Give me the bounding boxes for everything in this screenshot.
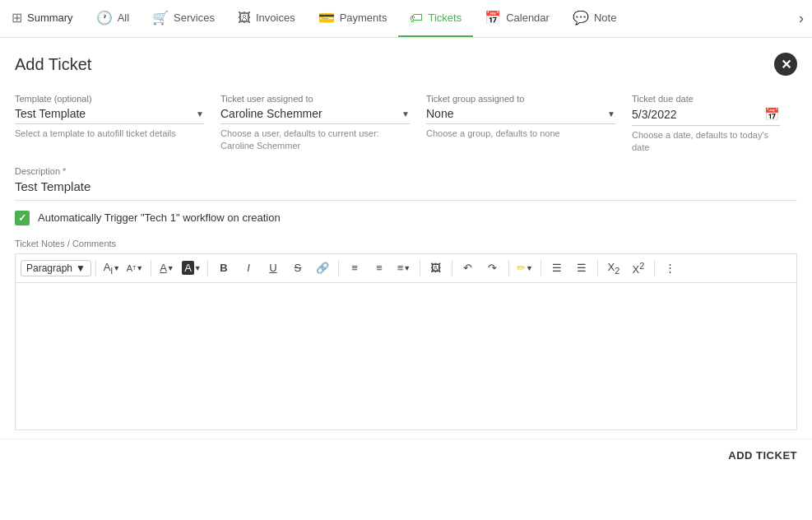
ol-icon: ≡ bbox=[376, 262, 383, 274]
highlight-button[interactable]: ✏ ▼ bbox=[513, 258, 536, 279]
user-label: Ticket user assigned to bbox=[220, 94, 410, 104]
nav-item-notes[interactable]: 💬 Note bbox=[561, 0, 628, 37]
group-dropdown-arrow: ▼ bbox=[607, 109, 615, 118]
main-content: Add Ticket ✕ Template (optional) Test Te… bbox=[0, 38, 812, 439]
due-date-value: 5/3/2022 bbox=[632, 108, 677, 121]
user-dropdown-arrow: ▼ bbox=[401, 109, 410, 118]
footer: ADD TICKET bbox=[0, 439, 812, 471]
font-size-down-button[interactable]: A T ▼ bbox=[123, 258, 146, 279]
description-section: Description * Test Template bbox=[15, 166, 797, 201]
notes-icon: 💬 bbox=[573, 10, 589, 26]
workflow-row: Automatically Trigger "Tech 1" workflow … bbox=[15, 211, 797, 225]
more-icon: ⋮ bbox=[665, 262, 675, 274]
toolbar-divider-9 bbox=[597, 260, 598, 276]
strikethrough-button[interactable]: S bbox=[286, 258, 309, 279]
due-date-hint: Choose a date, defaults to today's date bbox=[632, 129, 780, 155]
redo-icon: ↷ bbox=[488, 262, 497, 274]
nav-item-payments[interactable]: 💳 Payments bbox=[307, 0, 399, 37]
group-select[interactable]: None ▼ bbox=[426, 107, 615, 124]
nav-label-invoices: Invoices bbox=[256, 12, 295, 24]
image-button[interactable]: 🖼 bbox=[425, 258, 448, 279]
paragraph-select[interactable]: Paragraph ▼ bbox=[21, 260, 91, 276]
group-label: Ticket group assigned to bbox=[426, 94, 615, 104]
nav-item-summary[interactable]: ⊞ Summary bbox=[0, 0, 85, 37]
link-button[interactable]: 🔗 bbox=[311, 258, 334, 279]
font-size-up-button[interactable]: AI ▼ bbox=[100, 258, 123, 279]
underline-icon: U bbox=[269, 262, 276, 274]
align-button[interactable]: ≡ ▼ bbox=[392, 258, 415, 279]
font-color-button[interactable]: A ▼ bbox=[155, 258, 179, 279]
nav-item-services[interactable]: 🛒 Services bbox=[141, 0, 226, 37]
nav-item-tickets[interactable]: 🏷 Tickets bbox=[398, 0, 473, 37]
nav-label-notes: Note bbox=[594, 12, 616, 24]
paragraph-label: Paragraph bbox=[26, 262, 72, 274]
group-hint: Choose a group, defaults to none bbox=[426, 128, 615, 140]
all-icon: 🕐 bbox=[96, 10, 113, 26]
template-select[interactable]: Test Template ▼ bbox=[15, 107, 204, 124]
list2-button[interactable]: ☰ bbox=[545, 258, 568, 279]
nav-label-services: Services bbox=[174, 12, 215, 24]
template-dropdown-arrow: ▼ bbox=[196, 109, 204, 118]
font-size-down-arrow: ▼ bbox=[136, 264, 143, 272]
paragraph-arrow: ▼ bbox=[76, 262, 86, 274]
nav-item-invoices[interactable]: 🖼 Invoices bbox=[226, 0, 307, 37]
ordered-list-button[interactable]: ≡ bbox=[368, 258, 391, 279]
ul-icon: ≡ bbox=[351, 262, 358, 274]
highlight-arrow: ▼ bbox=[526, 264, 533, 272]
underline-button[interactable]: U bbox=[262, 258, 285, 279]
font-size-down-icon: A bbox=[127, 263, 132, 273]
editor-area[interactable] bbox=[15, 282, 797, 430]
nav-item-calendar[interactable]: 📅 Calendar bbox=[473, 0, 561, 37]
italic-button[interactable]: I bbox=[237, 258, 260, 279]
unordered-list-button[interactable]: ≡ bbox=[343, 258, 366, 279]
template-field-group: Template (optional) Test Template ▼ Sele… bbox=[15, 94, 220, 155]
list2-icon: ☰ bbox=[552, 262, 562, 274]
superscript-icon: X2 bbox=[633, 261, 645, 276]
due-date-select[interactable]: 5/3/2022 📅 bbox=[632, 107, 780, 126]
close-button[interactable]: ✕ bbox=[774, 53, 797, 76]
user-value: Caroline Schemmer bbox=[220, 107, 322, 120]
font-size-group: AI ▼ A T ▼ bbox=[100, 258, 146, 279]
description-value[interactable]: Test Template bbox=[15, 179, 797, 193]
superscript-button[interactable]: X2 bbox=[627, 258, 650, 279]
summary-icon: ⊞ bbox=[12, 10, 22, 26]
calendar-icon: 📅 bbox=[764, 107, 780, 122]
notes-section: Ticket Notes / Comments Paragraph ▼ AI ▼… bbox=[15, 239, 797, 430]
highlight-icon: ✏ bbox=[517, 262, 526, 274]
subscript-button[interactable]: X2 bbox=[602, 258, 625, 279]
bold-button[interactable]: B bbox=[212, 258, 235, 279]
template-hint: Select a template to autofill ticket det… bbox=[15, 128, 204, 140]
user-select[interactable]: Caroline Schemmer ▼ bbox=[220, 107, 410, 124]
undo-button[interactable]: ↶ bbox=[457, 258, 480, 279]
undo-icon: ↶ bbox=[463, 262, 472, 274]
toolbar-divider-1 bbox=[95, 260, 96, 276]
more-button[interactable]: ⋮ bbox=[659, 258, 682, 279]
toolbar-divider-10 bbox=[654, 260, 655, 276]
editor-toolbar: Paragraph ▼ AI ▼ A T ▼ A ▼ bbox=[15, 253, 797, 282]
invoices-icon: 🖼 bbox=[238, 11, 251, 26]
font-bg-icon: A bbox=[182, 261, 194, 275]
font-size-up-icon: AI bbox=[104, 261, 114, 276]
due-date-label: Ticket due date bbox=[632, 94, 780, 104]
due-date-field-group: Ticket due date 5/3/2022 📅 Choose a date… bbox=[632, 94, 796, 155]
list3-button[interactable]: ☰ bbox=[570, 258, 593, 279]
toolbar-divider-4 bbox=[338, 260, 339, 276]
add-ticket-button[interactable]: ADD TICKET bbox=[728, 449, 797, 462]
toolbar-divider-5 bbox=[420, 260, 420, 276]
workflow-checkbox[interactable] bbox=[15, 211, 30, 225]
tickets-icon: 🏷 bbox=[410, 11, 423, 26]
nav-label-summary: Summary bbox=[27, 12, 73, 24]
toolbar-divider-6 bbox=[452, 260, 452, 276]
nav-label-all: All bbox=[118, 12, 129, 24]
redo-button[interactable]: ↷ bbox=[481, 258, 504, 279]
nav-item-all[interactable]: 🕐 All bbox=[85, 0, 141, 37]
subscript-icon: X2 bbox=[608, 261, 620, 276]
align-arrow: ▼ bbox=[403, 264, 411, 272]
font-bg-arrow: ▼ bbox=[194, 264, 202, 272]
font-bg-button[interactable]: A ▼ bbox=[180, 258, 203, 279]
services-icon: 🛒 bbox=[152, 10, 169, 26]
bold-icon: B bbox=[220, 262, 227, 274]
template-value: Test Template bbox=[15, 107, 86, 120]
modal-title: Add Ticket bbox=[15, 55, 91, 74]
nav-more-button[interactable]: › bbox=[791, 10, 812, 27]
